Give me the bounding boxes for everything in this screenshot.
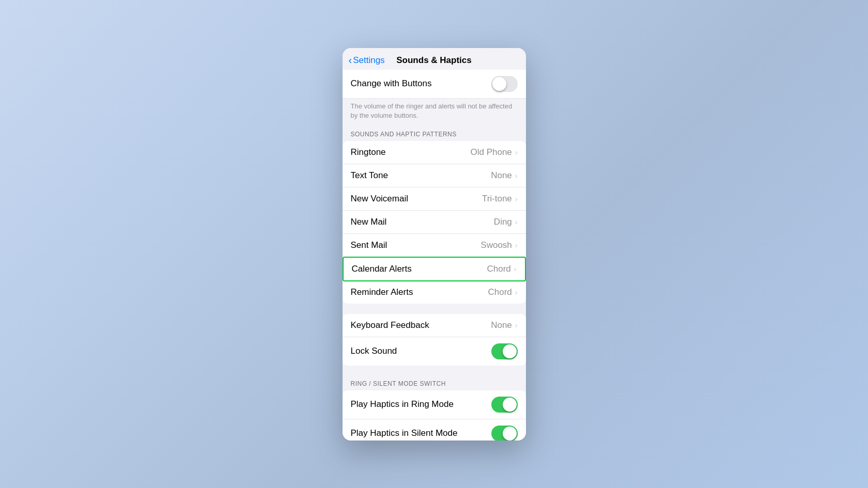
group-separator-2	[343, 366, 526, 376]
sent-mail-label: Sent Mail	[351, 240, 388, 250]
new-mail-chevron-icon: ›	[515, 218, 518, 226]
back-label: Settings	[353, 55, 384, 66]
keyboard-feedback-value: None	[491, 320, 512, 330]
reminder-alerts-value: Chord	[488, 287, 512, 297]
new-mail-label: New Mail	[351, 217, 387, 227]
reminder-alerts-row[interactable]: Reminder Alerts Chord ›	[343, 281, 526, 304]
new-voicemail-right: Tri-tone ›	[482, 194, 518, 204]
header: ‹ Settings Sounds & Haptics	[343, 48, 526, 70]
new-voicemail-chevron-icon: ›	[515, 195, 518, 203]
page-title: Sounds & Haptics	[396, 55, 471, 66]
text-tone-label: Text Tone	[351, 170, 388, 181]
lock-sound-toggle-knob	[503, 344, 517, 358]
sounds-section-header: Sounds and Haptic Patterns	[343, 127, 526, 141]
ringtone-row[interactable]: Ringtone Old Phone ›	[343, 141, 526, 164]
reminder-alerts-right: Chord ›	[488, 287, 518, 297]
ringtone-label: Ringtone	[351, 147, 386, 158]
ring-silent-list-group: Play Haptics in Ring Mode Play Haptics i…	[343, 390, 526, 440]
text-tone-chevron-icon: ›	[515, 171, 518, 180]
calendar-alerts-row[interactable]: Calendar Alerts Chord ›	[343, 257, 526, 281]
change-with-buttons-helper: The volume of the ringer and alerts will…	[343, 99, 526, 127]
ring-silent-section-header: Ring / Silent Mode Switch	[343, 376, 526, 390]
sent-mail-chevron-icon: ›	[515, 241, 518, 249]
sent-mail-value: Swoosh	[481, 240, 512, 250]
back-button[interactable]: ‹ Settings	[349, 54, 385, 66]
new-voicemail-row[interactable]: New Voicemail Tri-tone ›	[343, 187, 526, 211]
keyboard-feedback-right: None ›	[491, 320, 517, 330]
ringtone-value: Old Phone	[470, 147, 512, 158]
keyboard-feedback-chevron-icon: ›	[515, 321, 518, 329]
change-with-buttons-row[interactable]: Change with Buttons	[343, 70, 526, 99]
keyboard-feedback-row[interactable]: Keyboard Feedback None ›	[343, 314, 526, 337]
new-mail-row[interactable]: New Mail Ding ›	[343, 211, 526, 234]
haptics-silent-mode-toggle-knob	[503, 427, 517, 440]
new-voicemail-label: New Voicemail	[351, 194, 409, 204]
reminder-alerts-label: Reminder Alerts	[351, 287, 413, 297]
haptics-ring-mode-label: Play Haptics in Ring Mode	[351, 399, 454, 410]
content-area: Change with Buttons The volume of the ri…	[343, 70, 526, 440]
haptics-silent-mode-label: Play Haptics in Silent Mode	[351, 428, 458, 438]
change-with-buttons-label: Change with Buttons	[351, 78, 432, 89]
back-chevron-icon: ‹	[349, 54, 352, 66]
haptics-ring-mode-row[interactable]: Play Haptics in Ring Mode	[343, 390, 526, 419]
haptics-silent-mode-row[interactable]: Play Haptics in Silent Mode	[343, 419, 526, 440]
haptics-ring-mode-toggle[interactable]	[491, 397, 518, 413]
text-tone-value: None	[491, 170, 512, 181]
calendar-alerts-right: Chord ›	[487, 264, 517, 274]
sent-mail-row[interactable]: Sent Mail Swoosh ›	[343, 234, 526, 257]
new-voicemail-value: Tri-tone	[482, 194, 512, 204]
new-mail-value: Ding	[494, 217, 512, 227]
lock-sound-row[interactable]: Lock Sound	[343, 337, 526, 366]
reminder-alerts-chevron-icon: ›	[515, 288, 518, 296]
sent-mail-right: Swoosh ›	[481, 240, 517, 250]
text-tone-right: None ›	[491, 170, 517, 181]
keyboard-feedback-label: Keyboard Feedback	[351, 320, 429, 330]
group-separator-1	[343, 304, 526, 314]
calendar-alerts-value: Chord	[487, 264, 511, 274]
haptics-ring-mode-toggle-knob	[503, 398, 517, 412]
lock-sound-label: Lock Sound	[351, 346, 397, 356]
haptics-silent-mode-toggle[interactable]	[491, 426, 518, 440]
phone-panel: ‹ Settings Sounds & Haptics Change with …	[343, 48, 526, 440]
change-with-buttons-toggle[interactable]	[491, 76, 518, 92]
calendar-alerts-label: Calendar Alerts	[352, 264, 412, 274]
ringtone-chevron-icon: ›	[515, 148, 518, 156]
text-tone-row[interactable]: Text Tone None ›	[343, 164, 526, 187]
lock-sound-toggle[interactable]	[491, 343, 518, 359]
calendar-alerts-chevron-icon: ›	[514, 265, 517, 273]
toggle-knob	[492, 77, 506, 91]
new-mail-right: Ding ›	[494, 217, 518, 227]
sounds-list-group: Ringtone Old Phone › Text Tone None › Ne…	[343, 141, 526, 304]
interaction-list-group: Keyboard Feedback None › Lock Sound	[343, 314, 526, 366]
ringtone-right: Old Phone ›	[470, 147, 517, 158]
